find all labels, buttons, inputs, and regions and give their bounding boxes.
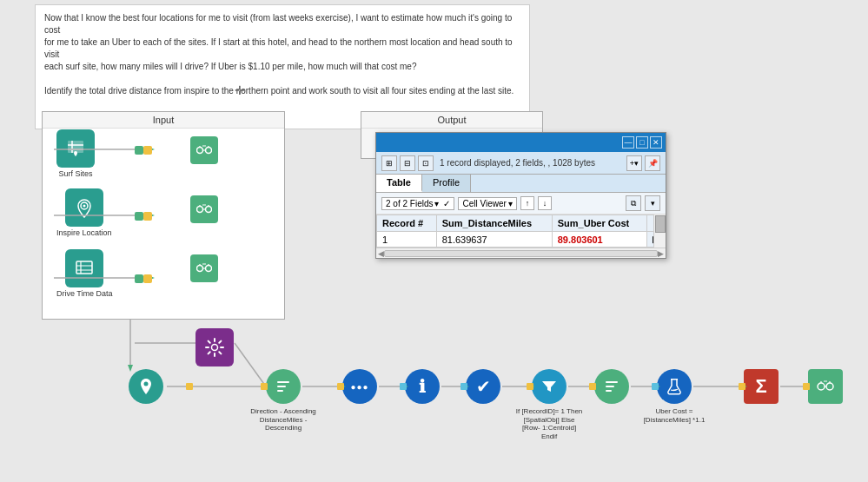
pin-node[interactable] <box>129 369 163 404</box>
browse-3[interactable] <box>190 254 218 282</box>
instruction-line3: each surf site, how many miles will I dr… <box>44 61 520 73</box>
vertical-scrollbar[interactable] <box>653 215 666 248</box>
pin-btn[interactable]: 📌 <box>645 155 660 171</box>
maximize-button[interactable]: □ <box>636 136 648 149</box>
cell-record: 1 <box>377 232 437 248</box>
data-viewer-toolbar: ⊞ ⊟ ⊡ 1 record displayed, 2 fields, , 10… <box>376 152 666 175</box>
svg-point-8 <box>197 266 203 272</box>
minimize-button[interactable]: — <box>622 136 634 149</box>
instruction-line4: Identify the total drive distance from i… <box>44 85 520 97</box>
svg-rect-12 <box>671 379 678 380</box>
field-selector[interactable]: 2 of 2 Fields ▾ ✓ <box>381 197 454 210</box>
surf-sites-node[interactable]: Surf Sites <box>56 129 95 178</box>
svg-point-9 <box>206 266 212 272</box>
record-info: 1 record displayed, 2 fields, , 1028 byt… <box>436 158 624 168</box>
svg-point-13 <box>818 383 825 390</box>
scroll-right-btn[interactable]: ▶ <box>658 249 664 258</box>
cell-viewer-arrow: ▾ <box>508 199 513 208</box>
flask-node[interactable]: Uber Cost = [DistanceMiles] *1.1 <box>657 369 692 404</box>
sort-desc-btn[interactable]: ↓ <box>538 196 552 210</box>
sigma-node[interactable]: Σ <box>744 369 779 404</box>
sigma-node-icon: Σ <box>744 369 779 404</box>
export-data-btn[interactable]: ▾ <box>645 195 660 211</box>
drive-time-node[interactable]: Drive Time Data <box>56 249 113 298</box>
svg-line-24 <box>235 343 266 386</box>
filter-node-label: If [RecordID]= 1 Then [SpatialObj] Else … <box>514 407 584 440</box>
canvas: Now that I know the best four locations … <box>0 0 868 482</box>
cell-viewer-label: Cell Viewer <box>462 199 506 208</box>
horizontal-scrollbar-area: ◀ ▶ <box>376 248 666 258</box>
tool2-node[interactable] <box>594 369 629 404</box>
browse-2-icon <box>190 195 218 223</box>
close-button[interactable]: ✕ <box>650 136 662 149</box>
scroll-thumb <box>655 215 666 233</box>
col-record: Record # <box>377 215 437 232</box>
filter-node[interactable]: If [RecordID]= 1 Then [SpatialObj] Else … <box>532 369 567 404</box>
field-check-icon: ✓ <box>443 199 450 208</box>
col-distance: Sum_DistanceMiles <box>436 215 552 232</box>
dots-node-icon: ●●● <box>342 369 377 404</box>
flask-node-icon <box>657 369 692 404</box>
svg-point-4 <box>197 148 203 154</box>
browse-2[interactable] <box>190 195 218 223</box>
output-panel-title: Output <box>361 112 542 129</box>
settings-node[interactable] <box>195 328 234 366</box>
inspire-location-icon <box>65 188 103 227</box>
svg-rect-49 <box>186 383 193 390</box>
view-btn-2[interactable]: ⊟ <box>400 155 415 171</box>
drive-time-label: Drive Time Data <box>56 289 113 298</box>
scroll-left-btn[interactable]: ◀ <box>378 249 384 258</box>
data-viewer-controls: 2 of 2 Fields ▾ ✓ Cell Viewer ▾ ↑ ↓ ⧉ ▾ <box>376 193 666 215</box>
filter-node-icon <box>532 369 567 404</box>
pin-node-icon <box>129 369 163 404</box>
cell-distance: 81.639637 <box>436 232 552 248</box>
cell-uber: 89.803601 <box>552 232 646 248</box>
svg-point-5 <box>206 148 212 154</box>
drive-time-icon <box>65 249 103 287</box>
cell-viewer-selector[interactable]: Cell Viewer ▾ <box>458 197 516 210</box>
sort-node-icon <box>266 369 301 404</box>
view-btn-1[interactable]: ⊞ <box>381 155 397 171</box>
info-node[interactable]: ℹ <box>405 369 440 404</box>
sort-asc-btn[interactable]: ↑ <box>520 196 534 210</box>
browse-1-icon <box>190 136 218 164</box>
copy-btn[interactable]: ⧉ <box>626 195 641 211</box>
data-table-container: Record # Sum_DistanceMiles Sum_Uber Cost… <box>376 215 666 248</box>
tool2-node-icon <box>594 369 629 404</box>
svg-point-7 <box>206 207 212 213</box>
view-btn-3[interactable]: ⊡ <box>418 155 434 171</box>
svg-rect-0 <box>68 141 83 153</box>
check-node-icon: ✔ <box>466 369 500 404</box>
horizontal-scrollbar[interactable] <box>384 250 658 257</box>
svg-point-10 <box>212 345 218 351</box>
fields-label: 2 of 2 Fields <box>386 199 433 208</box>
move-cursor-icon: ✛ <box>235 83 245 97</box>
data-table: Record # Sum_DistanceMiles Sum_Uber Cost… <box>376 215 666 248</box>
surf-sites-icon <box>56 129 95 168</box>
inspire-location-node[interactable]: Inspire Location <box>56 188 112 237</box>
browse-3-icon <box>190 254 218 282</box>
svg-point-6 <box>197 207 203 213</box>
svg-point-14 <box>826 383 833 390</box>
sort-node[interactable]: Direction - Ascending DistanceMiles - De… <box>266 369 301 404</box>
profile-tab[interactable]: Profile <box>422 175 471 192</box>
flask-node-label: Uber Cost = [DistanceMiles] *1.1 <box>639 407 709 424</box>
table-tab[interactable]: Table <box>376 175 422 192</box>
input-panel-title: Input <box>43 112 284 129</box>
svg-point-11 <box>144 382 149 386</box>
instruction-line1: Now that I know the best four locations … <box>44 12 520 36</box>
browse-bottom-node[interactable] <box>808 369 843 404</box>
table-row: 1 81.639637 89.803601 ▶ <box>377 232 666 248</box>
check-node[interactable]: ✔ <box>466 369 500 404</box>
info-node-icon: ℹ <box>405 369 440 404</box>
svg-rect-3 <box>76 261 92 274</box>
col-uber: Sum_Uber Cost <box>552 215 646 232</box>
settings-icon <box>195 328 234 366</box>
export-btn[interactable]: +▾ <box>626 155 642 171</box>
data-viewer-titlebar: — □ ✕ <box>376 133 666 152</box>
browse-1[interactable] <box>190 136 218 164</box>
data-viewer-tabs: Table Profile <box>376 175 666 193</box>
browse-bottom-icon <box>808 369 843 404</box>
dots-node[interactable]: ●●● <box>342 369 377 404</box>
instruction-line2: for me to take an Uber to each of the si… <box>44 36 520 61</box>
